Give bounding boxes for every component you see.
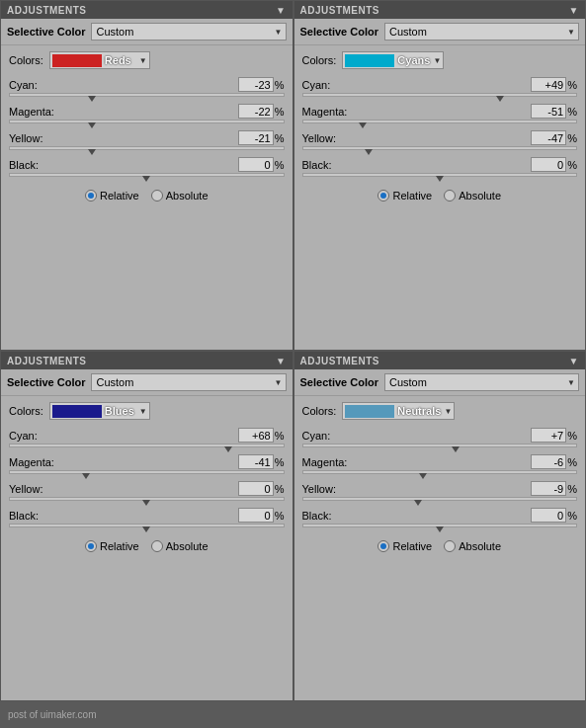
color-swatch-dropdown[interactable]: Cyans ▼: [342, 51, 444, 69]
slider-track[interactable]: [302, 93, 578, 97]
slider-thumb[interactable]: [419, 473, 427, 479]
slider-track[interactable]: [302, 444, 578, 447]
slider-thumb[interactable]: [365, 149, 373, 155]
color-swatch-dropdown[interactable]: Reds ▼: [49, 51, 150, 69]
relative-radio[interactable]: [85, 190, 97, 202]
slider-thumb[interactable]: [224, 446, 232, 452]
slider-value[interactable]: 0: [531, 157, 566, 172]
relative-radio[interactable]: [85, 540, 97, 552]
track-container: [9, 469, 285, 477]
slider-percent: %: [567, 106, 577, 118]
slider-track[interactable]: [9, 93, 285, 97]
slider-thumb[interactable]: [88, 122, 96, 128]
preset-dropdown[interactable]: Custom: [91, 373, 286, 391]
slider-value[interactable]: -9: [531, 481, 566, 496]
slider-percent: %: [275, 159, 285, 171]
slider-label: Yellow:: [302, 483, 354, 495]
relative-radio[interactable]: [377, 540, 389, 552]
slider-value[interactable]: 0: [238, 157, 274, 172]
slider-value[interactable]: 0: [238, 481, 274, 496]
panel-panel-blues: ADJUSTMENTS▼ Selective Color Custom Colo…: [0, 351, 293, 701]
slider-track[interactable]: [9, 120, 285, 123]
slider-thumb[interactable]: [142, 526, 150, 532]
slider-group-2: Yellow: -21 %: [9, 130, 285, 153]
slider-thumb[interactable]: [496, 96, 504, 102]
slider-thumb[interactable]: [88, 149, 96, 155]
slider-track[interactable]: [302, 470, 578, 474]
relative-option[interactable]: Relative: [377, 540, 432, 552]
panel-header-arrow: ▼: [569, 356, 579, 366]
slider-track[interactable]: [302, 146, 578, 150]
slider-track[interactable]: [9, 524, 285, 527]
slider-value[interactable]: -47: [531, 130, 566, 145]
slider-value[interactable]: +49: [531, 77, 566, 92]
absolute-option[interactable]: Absolute: [151, 190, 209, 202]
slider-group-2: Yellow: 0 %: [9, 481, 285, 504]
relative-option[interactable]: Relative: [85, 540, 139, 552]
slider-value[interactable]: -51: [531, 104, 566, 119]
panel-title-label: Selective Color: [7, 26, 85, 38]
slider-thumb[interactable]: [359, 122, 367, 128]
panel-header-label: ADJUSTMENTS: [300, 5, 380, 16]
slider-top-row: Yellow: -47 %: [302, 130, 578, 145]
panel-body: Colors: Blues ▼ Cyan: +68 % Magenta: -41: [1, 396, 293, 700]
absolute-radio[interactable]: [444, 190, 456, 202]
slider-track[interactable]: [302, 524, 578, 527]
slider-label: Black:: [9, 159, 60, 171]
panel-title-bar: Selective Color Custom: [1, 369, 293, 396]
track-container: [9, 172, 285, 180]
slider-value[interactable]: +7: [531, 428, 566, 443]
absolute-option[interactable]: Absolute: [151, 540, 209, 552]
slider-thumb[interactable]: [436, 176, 444, 182]
absolute-radio[interactable]: [151, 540, 163, 552]
slider-thumb[interactable]: [142, 500, 150, 506]
preset-dropdown-wrapper: Custom: [91, 373, 286, 391]
absolute-radio[interactable]: [444, 540, 456, 552]
slider-track[interactable]: [9, 173, 285, 177]
slider-value[interactable]: 0: [531, 508, 566, 523]
slider-track[interactable]: [302, 497, 578, 501]
slider-value[interactable]: -6: [531, 454, 566, 469]
panel-header: ADJUSTMENTS▼: [294, 352, 586, 369]
slider-thumb[interactable]: [82, 473, 90, 479]
slider-percent: %: [275, 132, 285, 144]
slider-percent: %: [567, 483, 577, 495]
slider-thumb[interactable]: [414, 500, 422, 506]
absolute-option[interactable]: Absolute: [444, 540, 501, 552]
slider-track[interactable]: [9, 470, 285, 474]
track-container: [9, 523, 285, 530]
preset-dropdown[interactable]: Custom: [91, 23, 286, 40]
color-swatch-dropdown[interactable]: Blues ▼: [49, 402, 150, 420]
slider-thumb[interactable]: [436, 526, 444, 532]
slider-thumb[interactable]: [452, 446, 460, 452]
absolute-label: Absolute: [166, 540, 209, 552]
slider-value[interactable]: -21: [238, 130, 274, 145]
slider-track[interactable]: [9, 146, 285, 150]
panel-header-arrow: ▼: [276, 5, 286, 16]
slider-group-0: Cyan: +7 %: [302, 428, 578, 450]
slider-value[interactable]: -22: [238, 104, 274, 119]
absolute-radio[interactable]: [151, 190, 163, 202]
slider-label: Yellow:: [9, 132, 60, 144]
slider-top-row: Magenta: -41 %: [9, 454, 285, 469]
slider-value[interactable]: -41: [238, 454, 274, 469]
slider-value[interactable]: 0: [238, 508, 274, 523]
slider-value[interactable]: +68: [238, 428, 274, 443]
track-container: [302, 443, 578, 450]
preset-dropdown[interactable]: Custom: [384, 373, 579, 391]
slider-value[interactable]: -23: [238, 77, 274, 92]
slider-track[interactable]: [302, 120, 578, 123]
preset-dropdown[interactable]: Custom: [384, 23, 579, 40]
slider-track[interactable]: [9, 444, 285, 447]
slider-track[interactable]: [9, 497, 285, 501]
relative-radio[interactable]: [377, 190, 389, 202]
slider-top-row: Yellow: -21 %: [9, 130, 285, 145]
absolute-option[interactable]: Absolute: [444, 190, 501, 202]
color-swatch-dropdown[interactable]: Neutrals ▼: [342, 402, 455, 420]
relative-option[interactable]: Relative: [85, 190, 139, 202]
slider-track[interactable]: [302, 173, 578, 177]
slider-percent: %: [275, 456, 285, 468]
relative-option[interactable]: Relative: [377, 190, 432, 202]
slider-thumb[interactable]: [88, 96, 96, 102]
slider-thumb[interactable]: [142, 176, 150, 182]
